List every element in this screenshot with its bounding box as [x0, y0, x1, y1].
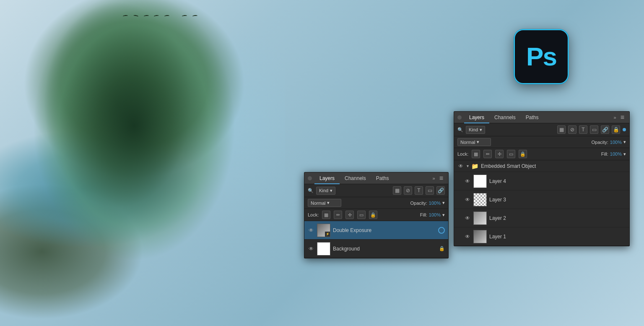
kind-chevron-small — [330, 188, 332, 193]
fill-chevron-large — [623, 151, 626, 157]
kind-chevron-large — [480, 127, 482, 133]
layer-group-header[interactable]: 👁 ▾ 📁 Embedded Smart Object — [454, 160, 629, 172]
lock-pixel-btn-l[interactable]: ▦ — [472, 150, 480, 158]
layer-item-2[interactable]: 👁 Layer 2 — [454, 209, 629, 227]
lock-row-small: Lock: ▦ ✏ ✢ ▭ 🔒 Fill: 100% — [304, 209, 448, 221]
lock-artboard-btn[interactable]: ▭ — [357, 211, 366, 219]
layers-panel-small: Layers Channels Paths » ≡ 🔍 Kind ▦ ⊘ T ▭… — [304, 172, 449, 258]
lock-all-btn-l[interactable]: 🔒 — [519, 150, 527, 158]
blend-mode-label-small: Normal — [311, 201, 325, 206]
panel-small-tabs: Layers Channels Paths » — [314, 172, 438, 184]
panel-small-options[interactable]: ≡ — [438, 175, 445, 182]
blend-mode-label-large: Normal — [460, 140, 475, 145]
layer-name-1: Layer 1 — [489, 234, 626, 240]
panel-large-header: Layers Channels Paths » ≡ — [454, 112, 629, 123]
canvas-area — [0, 0, 314, 326]
tab-channels-small[interactable]: Channels — [340, 172, 371, 184]
fill-value-small[interactable]: 100% — [429, 212, 441, 217]
lock-move-btn-l[interactable]: ✢ — [495, 150, 504, 158]
opacity-chevron-large — [623, 139, 626, 145]
layer-name-4: Layer 4 — [489, 178, 626, 184]
layer-item-3[interactable]: 👁 Layer 3 — [454, 190, 629, 209]
kind-icon-shape-l[interactable]: ▭ — [590, 125, 598, 134]
tab-channels-large[interactable]: Channels — [489, 112, 521, 123]
layer-thumb-4 — [473, 175, 487, 188]
group-expand-arrow[interactable]: ▾ — [467, 164, 469, 168]
lock-label-large: Lock: — [457, 151, 468, 156]
panel-small-more[interactable]: » — [430, 176, 438, 181]
opacity-label-large: Opacity: — [592, 140, 608, 145]
kind-icon-text-l[interactable]: T — [579, 125, 587, 134]
tab-layers-large[interactable]: Layers — [464, 112, 489, 123]
kind-icon-adjust[interactable]: ⊘ — [404, 186, 412, 195]
panel-large-options[interactable]: ≡ — [619, 114, 626, 121]
kind-icon-adjust-l[interactable]: ⊘ — [568, 125, 576, 134]
kind-icon-shape[interactable]: ▭ — [426, 186, 434, 195]
fill-label-small: Fill: — [420, 212, 427, 217]
panel-large-more[interactable]: » — [611, 115, 619, 120]
layer-name-3: Layer 3 — [489, 197, 626, 203]
blend-row-small: Normal Opacity: 100% — [304, 197, 448, 209]
kind-icon-pixel[interactable]: ▦ — [393, 186, 401, 195]
kind-icon-smart[interactable]: 🔗 — [436, 186, 445, 195]
kind-icon-extra-l[interactable]: 🔒 — [612, 125, 620, 134]
layer-thumb-3 — [473, 193, 487, 206]
blend-mode-select-large[interactable]: Normal — [457, 138, 491, 146]
birds-decoration — [122, 13, 199, 18]
kind-select-large[interactable]: Kind — [466, 126, 485, 134]
lock-draw-btn-l[interactable]: ✏ — [483, 150, 492, 158]
fill-chevron-small — [442, 212, 445, 218]
layers-panel-large: Layers Channels Paths » ≡ 🔍 Kind ▦ ⊘ T ▭… — [454, 111, 630, 246]
lock-draw-btn[interactable]: ✏ — [334, 211, 342, 219]
ps-logo-text: Ps — [526, 44, 556, 70]
kind-filter-row-large: 🔍 Kind ▦ ⊘ T ▭ 🔗 🔒 — [454, 123, 629, 136]
layer-thumb-double-exposure: ⚡ — [317, 224, 330, 237]
eye-icon-layer1[interactable]: 👁 — [464, 233, 471, 240]
eye-icon-layer2[interactable]: 👁 — [464, 215, 471, 222]
eye-icon-group[interactable]: 👁 — [457, 163, 464, 170]
layer-item-4[interactable]: 👁 Layer 4 — [454, 172, 629, 190]
fill-row-large: Fill: 100% — [601, 151, 626, 157]
photoshop-logo: Ps — [514, 29, 569, 84]
close-icon-large[interactable] — [457, 115, 462, 120]
lock-row-large: Lock: ▦ ✏ ✢ ▭ 🔒 Fill: 100% — [454, 148, 629, 160]
eye-icon-background[interactable]: 👁 — [308, 245, 314, 252]
kind-select-small[interactable]: Kind — [316, 187, 335, 195]
kind-label-large: Kind — [469, 127, 478, 132]
opacity-value-small[interactable]: 100% — [429, 201, 441, 206]
panel-large-tabs: Layers Channels Paths » — [464, 112, 619, 123]
eye-icon-layer4[interactable]: 👁 — [464, 178, 471, 185]
eye-icon-layer3[interactable]: 👁 — [464, 196, 471, 203]
layers-list-small: 👁 ⚡ Double Exposure 👁 Background 🔒 — [304, 221, 448, 258]
layer-lock-background: 🔒 — [439, 246, 445, 251]
fill-value-large[interactable]: 100% — [610, 151, 622, 156]
search-icon-small: 🔍 — [308, 188, 314, 193]
layer-thumb-background — [317, 242, 330, 256]
folder-icon-group: 📁 — [471, 163, 478, 170]
layers-list-large: 👁 Layer 4 👁 Layer 3 👁 Layer 2 👁 Layer 1 — [454, 172, 629, 246]
lock-move-btn[interactable]: ✢ — [345, 211, 354, 219]
tab-layers-small[interactable]: Layers — [314, 172, 340, 184]
layer-name-double-exposure: Double Exposure — [333, 227, 436, 233]
kind-icon-text[interactable]: T — [415, 186, 423, 195]
tab-paths-small[interactable]: Paths — [371, 172, 394, 184]
lock-pixel-btn[interactable]: ▦ — [322, 211, 330, 219]
blend-mode-select-small[interactable]: Normal — [308, 199, 341, 207]
active-filter-dot — [623, 128, 626, 131]
group-name: Embedded Smart Object — [481, 163, 536, 169]
opacity-row-small: Opacity: 100% — [410, 200, 445, 206]
layer-name-2: Layer 2 — [489, 215, 626, 221]
tab-paths-large[interactable]: Paths — [521, 112, 544, 123]
close-icon[interactable] — [308, 176, 312, 180]
kind-icon-smart-l[interactable]: 🔗 — [601, 125, 609, 134]
lock-all-btn[interactable]: 🔒 — [369, 211, 377, 219]
kind-icon-pixel-l[interactable]: ▦ — [557, 125, 566, 134]
layer-item-background[interactable]: 👁 Background 🔒 — [304, 240, 448, 258]
layer-thumb-1 — [473, 230, 487, 243]
opacity-value-large[interactable]: 100% — [610, 140, 622, 145]
layer-item-double-exposure[interactable]: 👁 ⚡ Double Exposure — [304, 221, 448, 240]
eye-icon-double-exposure[interactable]: 👁 — [308, 227, 314, 234]
panel-small-header: Layers Channels Paths » ≡ — [304, 172, 448, 184]
layer-item-1[interactable]: 👁 Layer 1 — [454, 227, 629, 246]
lock-artboard-btn-l[interactable]: ▭ — [507, 150, 515, 158]
